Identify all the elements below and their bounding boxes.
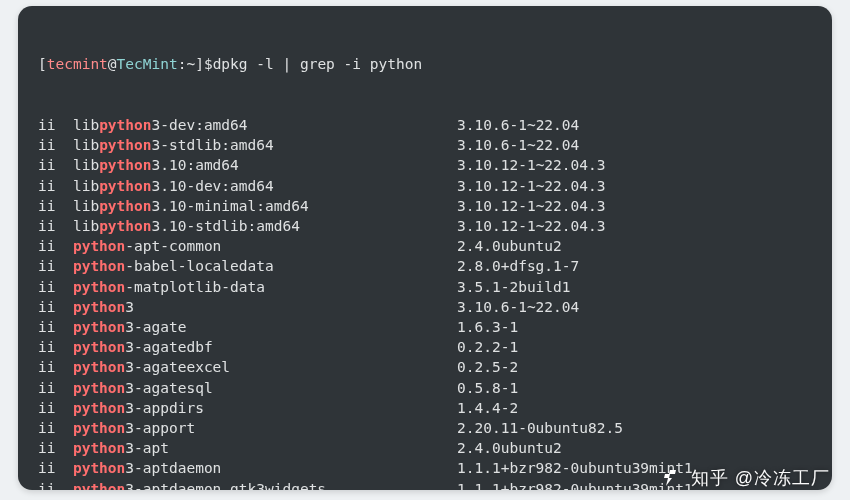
package-version: 3.10.12-1~22.04.3 [457, 157, 605, 173]
package-version: 1.1.1+bzr982-0ubuntu39mint1 [457, 460, 693, 476]
status-flag: ii [38, 420, 73, 436]
package-version: 3.10.12-1~22.04.3 [457, 218, 605, 234]
status-flag: ii [38, 380, 73, 396]
watermark: 知乎 @冷冻工厂 [659, 466, 830, 490]
status-flag: ii [38, 460, 73, 476]
package-name-suffix: 3-apt [125, 440, 457, 456]
status-flag: ii [38, 319, 73, 335]
package-version: 0.5.8-1 [457, 380, 518, 396]
package-row: ii python3-agate 1.6.3-1 [38, 317, 812, 337]
package-name-suffix: 3.10-minimal:amd64 [152, 198, 458, 214]
package-list: ii libpython3-dev:amd64 3.10.6-1~22.04ii… [38, 115, 812, 490]
package-version: 3.10.6-1~22.04 [457, 117, 579, 133]
package-name-suffix: 3 [125, 299, 457, 315]
grep-match: python [73, 440, 125, 456]
command-text: dpkg -l | grep -i python [213, 56, 423, 72]
status-flag: ii [38, 279, 73, 295]
package-row: ii python-babel-localedata 2.8.0+dfsg.1-… [38, 256, 812, 276]
prompt-host: TecMint [117, 56, 178, 72]
package-name-prefix: lib [73, 198, 99, 214]
package-version: 1.4.4-2 [457, 400, 518, 416]
package-version: 3.10.12-1~22.04.3 [457, 178, 605, 194]
grep-match: python [73, 299, 125, 315]
package-version: 3.10.12-1~22.04.3 [457, 198, 605, 214]
grep-match: python [73, 460, 125, 476]
status-flag: ii [38, 258, 73, 274]
package-version: 1.1.1+bzr982-0ubuntu39mint1 [457, 481, 693, 490]
package-name-prefix: lib [73, 178, 99, 194]
status-flag: ii [38, 218, 73, 234]
grep-match: python [99, 218, 151, 234]
package-name-suffix: 3-apport [125, 420, 457, 436]
package-row: ii python3-apport 2.20.11-0ubuntu82.5 [38, 418, 812, 438]
package-row: ii libpython3-dev:amd64 3.10.6-1~22.04 [38, 115, 812, 135]
package-version: 2.4.0ubuntu2 [457, 238, 562, 254]
package-row: ii python3-apt 2.4.0ubuntu2 [38, 438, 812, 458]
package-name-suffix: 3-aptdaemon [125, 460, 457, 476]
grep-match: python [99, 178, 151, 194]
grep-match: python [73, 339, 125, 355]
status-flag: ii [38, 238, 73, 254]
package-name-suffix: 3.10-stdlib:amd64 [152, 218, 458, 234]
grep-match: python [99, 198, 151, 214]
status-flag: ii [38, 198, 73, 214]
package-row: ii python3-agateexcel 0.2.5-2 [38, 357, 812, 377]
package-version: 0.2.2-1 [457, 339, 518, 355]
status-flag: ii [38, 117, 73, 133]
prompt-open-bracket: [ [38, 56, 47, 72]
grep-match: python [73, 400, 125, 416]
package-version: 1.6.3-1 [457, 319, 518, 335]
package-row: ii libpython3.10-stdlib:amd64 3.10.12-1~… [38, 216, 812, 236]
status-flag: ii [38, 339, 73, 355]
package-name-suffix: 3-dev:amd64 [152, 117, 458, 133]
package-name-prefix: lib [73, 157, 99, 173]
terminal-output: [tecmint@TecMint:~]$dpkg -l | grep -i py… [18, 6, 832, 490]
grep-match: python [73, 258, 125, 274]
package-name-suffix: 3.10:amd64 [152, 157, 458, 173]
package-name-suffix: 3-aptdaemon.gtk3widgets [125, 481, 457, 490]
package-row: ii python3-agatedbf 0.2.2-1 [38, 337, 812, 357]
package-version: 3.5.1-2build1 [457, 279, 571, 295]
package-name-suffix: -matplotlib-data [125, 279, 457, 295]
package-row: ii libpython3.10-minimal:amd64 3.10.12-1… [38, 196, 812, 216]
grep-match: python [99, 117, 151, 133]
package-row: ii libpython3-stdlib:amd64 3.10.6-1~22.0… [38, 135, 812, 155]
watermark-text: 知乎 @冷冻工厂 [691, 466, 830, 490]
status-flag: ii [38, 299, 73, 315]
grep-match: python [73, 481, 125, 490]
package-version: 0.2.5-2 [457, 359, 518, 375]
grep-match: python [73, 319, 125, 335]
prompt-user: tecmint [47, 56, 108, 72]
package-name-prefix: lib [73, 117, 99, 133]
status-flag: ii [38, 157, 73, 173]
package-name-suffix: -babel-localedata [125, 258, 457, 274]
package-row: ii python3 3.10.6-1~22.04 [38, 297, 812, 317]
status-flag: ii [38, 137, 73, 153]
package-version: 3.10.6-1~22.04 [457, 299, 579, 315]
package-version: 2.20.11-0ubuntu82.5 [457, 420, 623, 436]
package-version: 3.10.6-1~22.04 [457, 137, 579, 153]
package-name-prefix: lib [73, 218, 99, 234]
prompt-close-bracket: ] [195, 56, 204, 72]
package-name-suffix: 3-agatesql [125, 380, 457, 396]
package-name-prefix: lib [73, 137, 99, 153]
zhihu-logo-icon [659, 466, 683, 490]
prompt-line: [tecmint@TecMint:~]$dpkg -l | grep -i py… [38, 54, 812, 74]
package-row: ii python3-appdirs 1.4.4-2 [38, 398, 812, 418]
package-name-suffix: 3-appdirs [125, 400, 457, 416]
package-name-suffix: 3.10-dev:amd64 [152, 178, 458, 194]
grep-match: python [73, 380, 125, 396]
package-name-suffix: 3-agateexcel [125, 359, 457, 375]
package-row: ii python3-agatesql 0.5.8-1 [38, 378, 812, 398]
prompt-sign: $ [204, 56, 213, 72]
package-version: 2.4.0ubuntu2 [457, 440, 562, 456]
terminal-window[interactable]: [tecmint@TecMint:~]$dpkg -l | grep -i py… [18, 6, 832, 490]
package-name-suffix: 3-agate [125, 319, 457, 335]
status-flag: ii [38, 481, 73, 490]
status-flag: ii [38, 178, 73, 194]
grep-match: python [73, 420, 125, 436]
package-row: ii python-matplotlib-data 3.5.1-2build1 [38, 277, 812, 297]
status-flag: ii [38, 440, 73, 456]
grep-match: python [99, 137, 151, 153]
package-name-suffix: 3-agatedbf [125, 339, 457, 355]
